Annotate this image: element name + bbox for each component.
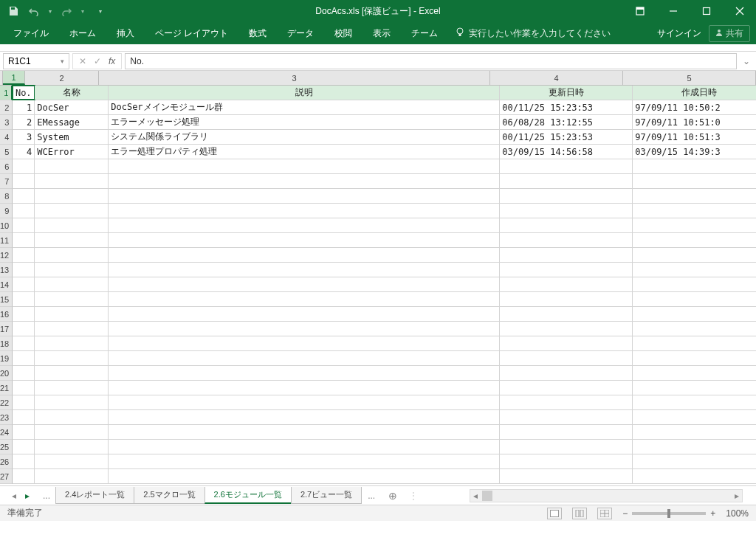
cell[interactable] xyxy=(109,381,500,395)
cell[interactable] xyxy=(109,322,500,336)
row-header[interactable]: 26 xyxy=(0,454,13,469)
cell[interactable] xyxy=(500,263,633,277)
cell[interactable] xyxy=(13,336,35,350)
cell[interactable] xyxy=(13,292,35,306)
redo-dropdown-icon[interactable]: ▾ xyxy=(81,8,84,15)
page-layout-view-button[interactable] xyxy=(572,508,587,519)
row-header[interactable]: 24 xyxy=(0,425,13,440)
cell[interactable] xyxy=(35,248,109,262)
cell[interactable] xyxy=(35,351,109,365)
row-header[interactable]: 16 xyxy=(0,307,13,322)
cell[interactable]: エラーメッセージ処理 xyxy=(109,115,500,129)
expand-formula-icon[interactable]: ⌄ xyxy=(740,56,753,66)
cell[interactable] xyxy=(500,248,633,262)
cell[interactable] xyxy=(35,366,109,380)
cell[interactable] xyxy=(35,440,109,454)
cell[interactable] xyxy=(500,351,633,365)
cancel-formula-icon[interactable]: ✕ xyxy=(79,56,86,66)
cell[interactable] xyxy=(109,189,500,203)
cell[interactable] xyxy=(13,218,35,232)
row-header[interactable]: 23 xyxy=(0,410,13,425)
cell[interactable] xyxy=(500,381,633,395)
cell[interactable] xyxy=(500,336,633,350)
cell[interactable] xyxy=(13,307,35,321)
chevron-down-icon[interactable]: ▾ xyxy=(61,58,64,65)
row-header[interactable]: 6 xyxy=(0,159,13,174)
cell[interactable]: 説明 xyxy=(109,86,500,100)
ribbon-tab-6[interactable]: 校閲 xyxy=(324,22,362,44)
cell[interactable] xyxy=(633,351,756,365)
maximize-button[interactable] xyxy=(690,0,723,22)
row-header[interactable]: 7 xyxy=(0,174,13,189)
column-header[interactable]: 5 xyxy=(623,71,756,85)
cell[interactable] xyxy=(500,233,633,247)
cell[interactable] xyxy=(633,159,756,173)
cell[interactable] xyxy=(500,307,633,321)
cell[interactable]: 03/09/15 14:39:3 xyxy=(633,145,756,159)
cell[interactable] xyxy=(633,174,756,188)
ribbon-tab-7[interactable]: 表示 xyxy=(362,22,401,44)
zoom-thumb[interactable] xyxy=(667,509,670,518)
row-header[interactable]: 11 xyxy=(0,233,13,248)
cell[interactable]: 97/09/11 10:51:0 xyxy=(633,115,756,129)
cell[interactable] xyxy=(633,233,756,247)
cell[interactable] xyxy=(633,366,756,380)
zoom-track[interactable] xyxy=(632,512,706,515)
cell[interactable] xyxy=(633,454,756,468)
cell[interactable] xyxy=(109,454,500,468)
cell[interactable]: No. xyxy=(13,86,35,100)
cell[interactable]: 更新日時 xyxy=(500,86,633,100)
confirm-formula-icon[interactable]: ✓ xyxy=(94,56,101,66)
cell[interactable] xyxy=(500,395,633,409)
cell[interactable] xyxy=(633,307,756,321)
cell[interactable] xyxy=(500,366,633,380)
cell[interactable] xyxy=(109,425,500,439)
cell[interactable] xyxy=(35,322,109,336)
column-header[interactable]: 3 xyxy=(99,71,490,85)
ribbon-tab-4[interactable]: 数式 xyxy=(238,22,277,44)
row-header[interactable]: 3 xyxy=(0,115,13,130)
save-icon[interactable] xyxy=(7,5,19,17)
row-header[interactable]: 4 xyxy=(0,130,13,145)
horizontal-scrollbar[interactable]: ◂ ▸ xyxy=(470,489,743,502)
row-header[interactable]: 14 xyxy=(0,277,13,292)
cell[interactable] xyxy=(13,248,35,262)
row-header[interactable]: 8 xyxy=(0,189,13,204)
cell[interactable] xyxy=(35,425,109,439)
cell[interactable] xyxy=(633,292,756,306)
cell[interactable] xyxy=(109,336,500,350)
row-header[interactable]: 20 xyxy=(0,366,13,381)
cell[interactable] xyxy=(633,322,756,336)
cell[interactable] xyxy=(109,351,500,365)
sheets-ellipsis-right[interactable]: ... xyxy=(362,491,381,501)
cell[interactable] xyxy=(633,204,756,218)
cell[interactable] xyxy=(13,174,35,188)
ribbon-tab-1[interactable]: ホーム xyxy=(59,22,106,44)
ribbon-tab-2[interactable]: 挿入 xyxy=(106,22,145,44)
cell[interactable] xyxy=(500,189,633,203)
cell[interactable] xyxy=(633,440,756,454)
sheet-tab[interactable]: 2.7ビュー一覧 xyxy=(291,487,362,504)
cell[interactable] xyxy=(13,159,35,173)
cell[interactable] xyxy=(13,233,35,247)
cell[interactable]: System xyxy=(35,130,109,144)
cell[interactable] xyxy=(35,174,109,188)
cell[interactable]: DocSer xyxy=(35,100,109,114)
cell[interactable] xyxy=(35,292,109,306)
zoom-in-button[interactable]: + xyxy=(710,508,715,519)
cell[interactable]: 名称 xyxy=(35,86,109,100)
cell[interactable] xyxy=(13,322,35,336)
zoom-level[interactable]: 100% xyxy=(726,508,749,519)
cell[interactable] xyxy=(35,454,109,468)
cell[interactable] xyxy=(633,381,756,395)
ribbon-tab-5[interactable]: データ xyxy=(277,22,324,44)
cell[interactable] xyxy=(500,440,633,454)
cell[interactable] xyxy=(109,307,500,321)
cell[interactable]: 06/08/28 13:12:55 xyxy=(500,115,633,129)
row-header[interactable]: 18 xyxy=(0,336,13,351)
cell[interactable] xyxy=(35,469,109,483)
cell[interactable] xyxy=(633,425,756,439)
cell[interactable] xyxy=(633,263,756,277)
cell[interactable] xyxy=(500,174,633,188)
zoom-out-button[interactable]: − xyxy=(622,508,628,519)
